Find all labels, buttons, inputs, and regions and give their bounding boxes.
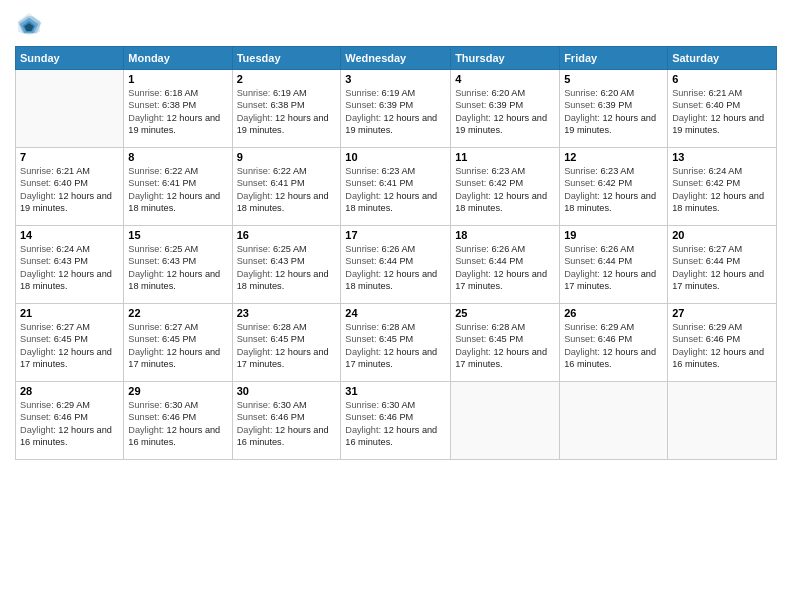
day-info: Sunrise: 6:27 AM Sunset: 6:45 PM Dayligh… bbox=[128, 321, 227, 371]
day-info: Sunrise: 6:21 AM Sunset: 6:40 PM Dayligh… bbox=[20, 165, 119, 215]
sunrise-label: Sunrise: bbox=[455, 88, 489, 98]
daylight-label: Daylight: bbox=[455, 113, 491, 123]
sunrise-label: Sunrise: bbox=[455, 322, 489, 332]
day-cell bbox=[451, 382, 560, 460]
sunrise-label: Sunrise: bbox=[128, 244, 162, 254]
week-row-3: 14 Sunrise: 6:24 AM Sunset: 6:43 PM Dayl… bbox=[16, 226, 777, 304]
day-number: 23 bbox=[237, 307, 337, 319]
day-info: Sunrise: 6:24 AM Sunset: 6:42 PM Dayligh… bbox=[672, 165, 772, 215]
day-cell: 29 Sunrise: 6:30 AM Sunset: 6:46 PM Dayl… bbox=[124, 382, 232, 460]
daylight-label: Daylight: bbox=[128, 191, 164, 201]
day-cell: 9 Sunrise: 6:22 AM Sunset: 6:41 PM Dayli… bbox=[232, 148, 341, 226]
day-number: 29 bbox=[128, 385, 227, 397]
day-cell: 19 Sunrise: 6:26 AM Sunset: 6:44 PM Dayl… bbox=[560, 226, 668, 304]
sunset-label: Sunset: bbox=[237, 100, 268, 110]
col-header-thursday: Thursday bbox=[451, 47, 560, 70]
sunrise-label: Sunrise: bbox=[20, 400, 54, 410]
day-cell: 16 Sunrise: 6:25 AM Sunset: 6:43 PM Dayl… bbox=[232, 226, 341, 304]
day-number: 25 bbox=[455, 307, 555, 319]
sunset-label: Sunset: bbox=[564, 100, 595, 110]
daylight-label: Daylight: bbox=[345, 113, 381, 123]
daylight-label: Daylight: bbox=[128, 347, 164, 357]
day-cell bbox=[16, 70, 124, 148]
day-cell: 14 Sunrise: 6:24 AM Sunset: 6:43 PM Dayl… bbox=[16, 226, 124, 304]
sunset-label: Sunset: bbox=[345, 178, 376, 188]
day-cell: 28 Sunrise: 6:29 AM Sunset: 6:46 PM Dayl… bbox=[16, 382, 124, 460]
daylight-label: Daylight: bbox=[237, 191, 273, 201]
day-info: Sunrise: 6:20 AM Sunset: 6:39 PM Dayligh… bbox=[564, 87, 663, 137]
sunset-label: Sunset: bbox=[128, 334, 159, 344]
day-number: 24 bbox=[345, 307, 446, 319]
sunset-label: Sunset: bbox=[455, 178, 486, 188]
sunrise-label: Sunrise: bbox=[237, 400, 271, 410]
sunrise-label: Sunrise: bbox=[345, 322, 379, 332]
sunset-label: Sunset: bbox=[672, 178, 703, 188]
day-info: Sunrise: 6:29 AM Sunset: 6:46 PM Dayligh… bbox=[20, 399, 119, 449]
sunrise-label: Sunrise: bbox=[345, 88, 379, 98]
daylight-label: Daylight: bbox=[345, 269, 381, 279]
col-header-tuesday: Tuesday bbox=[232, 47, 341, 70]
sunrise-label: Sunrise: bbox=[237, 244, 271, 254]
day-number: 1 bbox=[128, 73, 227, 85]
sunrise-label: Sunrise: bbox=[128, 88, 162, 98]
day-cell: 25 Sunrise: 6:28 AM Sunset: 6:45 PM Dayl… bbox=[451, 304, 560, 382]
day-info: Sunrise: 6:23 AM Sunset: 6:42 PM Dayligh… bbox=[564, 165, 663, 215]
day-info: Sunrise: 6:30 AM Sunset: 6:46 PM Dayligh… bbox=[237, 399, 337, 449]
daylight-label: Daylight: bbox=[128, 113, 164, 123]
day-number: 22 bbox=[128, 307, 227, 319]
day-info: Sunrise: 6:23 AM Sunset: 6:41 PM Dayligh… bbox=[345, 165, 446, 215]
day-number: 30 bbox=[237, 385, 337, 397]
day-info: Sunrise: 6:25 AM Sunset: 6:43 PM Dayligh… bbox=[237, 243, 337, 293]
daylight-label: Daylight: bbox=[564, 191, 600, 201]
sunset-label: Sunset: bbox=[345, 412, 376, 422]
sunset-label: Sunset: bbox=[455, 100, 486, 110]
day-cell: 4 Sunrise: 6:20 AM Sunset: 6:39 PM Dayli… bbox=[451, 70, 560, 148]
sunrise-label: Sunrise: bbox=[237, 322, 271, 332]
day-cell: 22 Sunrise: 6:27 AM Sunset: 6:45 PM Dayl… bbox=[124, 304, 232, 382]
day-cell: 15 Sunrise: 6:25 AM Sunset: 6:43 PM Dayl… bbox=[124, 226, 232, 304]
day-info: Sunrise: 6:28 AM Sunset: 6:45 PM Dayligh… bbox=[455, 321, 555, 371]
day-info: Sunrise: 6:21 AM Sunset: 6:40 PM Dayligh… bbox=[672, 87, 772, 137]
logo bbox=[15, 10, 45, 38]
daylight-label: Daylight: bbox=[237, 113, 273, 123]
daylight-label: Daylight: bbox=[20, 269, 56, 279]
day-info: Sunrise: 6:26 AM Sunset: 6:44 PM Dayligh… bbox=[345, 243, 446, 293]
day-info: Sunrise: 6:27 AM Sunset: 6:45 PM Dayligh… bbox=[20, 321, 119, 371]
day-cell: 10 Sunrise: 6:23 AM Sunset: 6:41 PM Dayl… bbox=[341, 148, 451, 226]
sunset-label: Sunset: bbox=[128, 412, 159, 422]
day-number: 7 bbox=[20, 151, 119, 163]
sunset-label: Sunset: bbox=[128, 256, 159, 266]
day-cell: 20 Sunrise: 6:27 AM Sunset: 6:44 PM Dayl… bbox=[668, 226, 777, 304]
sunrise-label: Sunrise: bbox=[672, 88, 706, 98]
daylight-label: Daylight: bbox=[672, 269, 708, 279]
day-info: Sunrise: 6:23 AM Sunset: 6:42 PM Dayligh… bbox=[455, 165, 555, 215]
daylight-label: Daylight: bbox=[345, 191, 381, 201]
daylight-label: Daylight: bbox=[20, 191, 56, 201]
sunrise-label: Sunrise: bbox=[128, 322, 162, 332]
daylight-label: Daylight: bbox=[345, 425, 381, 435]
day-info: Sunrise: 6:19 AM Sunset: 6:38 PM Dayligh… bbox=[237, 87, 337, 137]
sunset-label: Sunset: bbox=[345, 100, 376, 110]
day-info: Sunrise: 6:24 AM Sunset: 6:43 PM Dayligh… bbox=[20, 243, 119, 293]
day-number: 31 bbox=[345, 385, 446, 397]
day-info: Sunrise: 6:30 AM Sunset: 6:46 PM Dayligh… bbox=[345, 399, 446, 449]
sunrise-label: Sunrise: bbox=[455, 244, 489, 254]
day-cell bbox=[668, 382, 777, 460]
day-info: Sunrise: 6:22 AM Sunset: 6:41 PM Dayligh… bbox=[237, 165, 337, 215]
day-cell: 21 Sunrise: 6:27 AM Sunset: 6:45 PM Dayl… bbox=[16, 304, 124, 382]
day-info: Sunrise: 6:29 AM Sunset: 6:46 PM Dayligh… bbox=[564, 321, 663, 371]
day-number: 3 bbox=[345, 73, 446, 85]
day-number: 26 bbox=[564, 307, 663, 319]
day-cell: 24 Sunrise: 6:28 AM Sunset: 6:45 PM Dayl… bbox=[341, 304, 451, 382]
sunrise-label: Sunrise: bbox=[564, 322, 598, 332]
daylight-label: Daylight: bbox=[455, 347, 491, 357]
sunrise-label: Sunrise: bbox=[564, 244, 598, 254]
daylight-label: Daylight: bbox=[564, 113, 600, 123]
day-number: 11 bbox=[455, 151, 555, 163]
col-header-wednesday: Wednesday bbox=[341, 47, 451, 70]
day-number: 2 bbox=[237, 73, 337, 85]
day-number: 16 bbox=[237, 229, 337, 241]
daylight-label: Daylight: bbox=[455, 269, 491, 279]
day-number: 19 bbox=[564, 229, 663, 241]
day-cell: 3 Sunrise: 6:19 AM Sunset: 6:39 PM Dayli… bbox=[341, 70, 451, 148]
